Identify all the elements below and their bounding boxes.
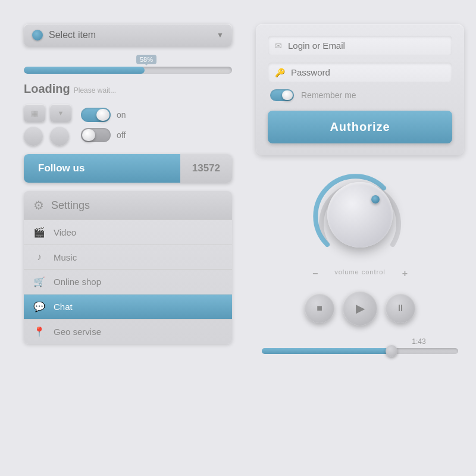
toggle-off[interactable] [81,128,111,142]
toggles-section: on off [81,108,126,142]
menu-label-video: Video [54,227,76,237]
toggle-on-knob [96,109,109,121]
menu-label-music: Music [54,252,77,262]
password-field[interactable] [291,67,445,77]
chevron-down-icon: ▼ [217,31,224,39]
menu-label-chat: Chat [54,302,73,312]
email-icon: ✉ [275,41,282,51]
key-icon: 🔑 [275,68,285,77]
sidebar-item-shop[interactable]: 🛒 Online shop [24,269,232,294]
menu-label-geo: Geo servise [54,327,101,337]
volume-control-label: volume control [334,268,386,279]
login-form: ✉ 🔑 Remember me Authorize [256,24,464,155]
remember-toggle[interactable] [270,89,294,101]
pause-button[interactable]: ⏸ [386,293,415,323]
toggle-off-row: off [81,128,126,142]
music-icon: ♪ [33,252,45,262]
select-dropdown[interactable]: Select item ▼ [24,24,232,46]
chevron-down-sm-icon: ▼ [58,109,64,117]
knob-indicator-dot [371,195,380,203]
small-buttons-group: ▦ ▼ [24,104,71,146]
controls-row: ▦ ▼ on off [24,104,232,146]
progress-section: 58% [24,55,232,74]
sidebar-item-music[interactable]: ♪ Music [24,245,232,269]
sidebar-item-video[interactable]: 🎬 Video [24,220,232,245]
loading-main-text: Loading [24,82,70,96]
volume-section: − volume control + [256,167,464,279]
remember-toggle-knob [282,90,293,100]
playback-time: 1:43 [412,337,425,346]
small-button-round-2[interactable] [50,127,69,146]
select-dot-icon [32,30,43,40]
remember-label: Remember me [301,90,356,100]
sidebar-item-geo[interactable]: 📍 Geo servise [24,319,232,344]
select-label: Select item [49,30,211,40]
email-field[interactable] [288,40,445,51]
toggle-on-label: on [117,110,126,120]
settings-menu: ⚙ Settings 🎬 Video ♪ Music 🛒 Online shop… [24,191,232,344]
stop-button[interactable]: ■ [305,293,334,323]
player-controls: ■ ▶ ⏸ [256,291,464,325]
right-column: ✉ 🔑 Remember me Authorize [244,18,476,360]
follow-count: 13572 [180,154,232,183]
small-button-2[interactable]: ▼ [50,104,71,122]
toggle-on-row: on [81,108,126,122]
seek-fill [262,348,390,354]
follow-label: Follow us [24,154,180,183]
remember-row: Remember me [268,89,452,101]
play-icon: ▶ [356,301,365,315]
toggle-on[interactable] [81,108,111,122]
progress-label: 58% [136,55,156,64]
geo-icon: 📍 [33,326,45,337]
loading-sub-text: Please wait... [74,86,116,95]
menu-label-shop: Online shop [54,277,101,287]
shop-icon: 🛒 [33,276,45,287]
settings-header: ⚙ Settings [24,191,232,220]
stop-icon: ■ [317,303,322,314]
small-button-1[interactable]: ▦ [24,104,45,122]
seek-section: 1:43 [256,337,464,354]
toggle-off-label: off [117,130,126,140]
gear-icon: ⚙ [33,198,44,212]
follow-button[interactable]: Follow us 13572 [24,154,232,183]
volume-knob[interactable] [327,182,393,248]
video-icon: 🎬 [33,227,45,238]
email-input-row: ✉ [268,36,452,55]
volume-plus-label: + [402,268,408,279]
toggle-off-knob [82,129,95,141]
progress-fill [24,67,145,74]
progress-track[interactable] [24,67,232,74]
small-button-round-1[interactable] [24,127,43,146]
pause-icon: ⏸ [396,303,405,314]
volume-knob-container [306,167,414,262]
volume-minus-label: − [312,268,318,279]
chat-icon: 💬 [33,301,45,312]
sidebar-item-chat[interactable]: 💬 Chat [24,294,232,319]
seek-track[interactable] [262,348,458,354]
grid-icon: ▦ [31,109,38,118]
password-input-row: 🔑 [268,62,452,82]
play-button[interactable]: ▶ [343,291,377,325]
volume-labels: − volume control + [306,268,414,279]
loading-section: Loading Please wait... [24,82,232,96]
seek-thumb[interactable] [386,345,397,357]
left-column: Select item ▼ 58% Loading Please wait...… [12,18,244,360]
authorize-button[interactable]: Authorize [268,111,452,143]
settings-title: Settings [51,199,90,212]
